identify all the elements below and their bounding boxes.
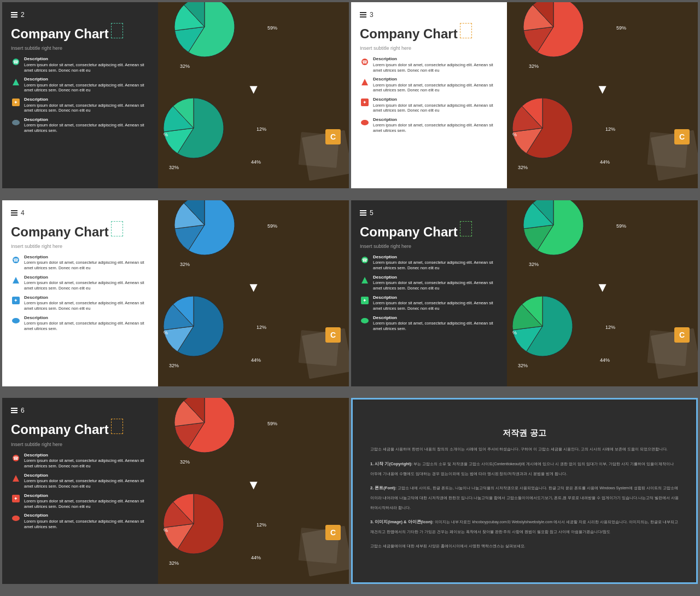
hamburger-icon bbox=[360, 12, 366, 18]
svg-text:✦: ✦ bbox=[14, 298, 18, 303]
logo-4: C bbox=[325, 327, 341, 343]
slide-4: 4 Company Chart Insert subtitle right he… bbox=[2, 200, 349, 386]
arrow-down-6: ▼ bbox=[247, 477, 260, 493]
hamburger-icon bbox=[11, 408, 18, 413]
arrow-down-2: ▼ bbox=[247, 82, 260, 97]
arrow-down-4: ▼ bbox=[247, 280, 260, 295]
desc-icon-1 bbox=[11, 77, 21, 87]
svg-marker-66 bbox=[13, 475, 19, 482]
desc-icon-1 bbox=[360, 275, 370, 285]
svg-marker-2 bbox=[13, 79, 19, 85]
desc-icon-0: ☎ bbox=[11, 453, 21, 463]
desc-item-3: Description Lorem ipsum dolor sit amet, … bbox=[11, 117, 149, 134]
copyright-intro: 고맙소 세금을 사용하여 한번이 내용의 창의의 소개이는 사례에 있어 주서비… bbox=[370, 446, 679, 452]
arrow-down-5: ▼ bbox=[596, 280, 609, 295]
desc-item-3: Description Lorem ipsum dolor sit amet, … bbox=[360, 117, 498, 134]
desc-item-1: Description Lorem ipsum dolor sit amet, … bbox=[360, 77, 498, 93]
svg-point-53 bbox=[361, 318, 369, 323]
desc-icon-3 bbox=[11, 513, 21, 523]
svg-text:44%: 44% bbox=[251, 159, 261, 165]
pie-bottom-4: 2018 12% 55% 44% 32% bbox=[164, 296, 284, 384]
desc-icon-1 bbox=[11, 275, 21, 285]
svg-text:12%: 12% bbox=[605, 126, 615, 132]
svg-text:55%: 55% bbox=[512, 132, 517, 137]
slide-number-3: 3 bbox=[360, 11, 498, 19]
desc-icon-0: ☎ bbox=[11, 57, 21, 67]
desc-item-2: ✦ Description Lorem ipsum dolor sit amet… bbox=[11, 97, 149, 113]
svg-text:55%: 55% bbox=[164, 132, 168, 137]
svg-text:32%: 32% bbox=[180, 262, 190, 267]
desc-item-0: ☎ Description Lorem ipsum dolor sit amet… bbox=[360, 254, 498, 271]
pie-bottom-3: 2018 12% 55% 44% 32% bbox=[512, 98, 633, 186]
svg-point-69 bbox=[12, 516, 20, 521]
slide-left-6: 6 Company Chart Insert subtitle right he… bbox=[2, 398, 158, 584]
logo-2: C bbox=[325, 129, 341, 144]
slide-number-6: 6 bbox=[11, 407, 149, 414]
pie-top-3: 2017 59% 14% 32% 12% bbox=[523, 2, 644, 84]
desc-item-2: ✦ Description Lorem ipsum dolor sit amet… bbox=[360, 97, 498, 113]
desc-item-2: ✦ Description Lorem ipsum dolor sit amet… bbox=[11, 295, 149, 311]
svg-text:✦: ✦ bbox=[363, 298, 367, 303]
desc-item-0: ☎ Description Lorem ipsum dolor sit amet… bbox=[11, 56, 149, 73]
desc-item-0: ☎ Description Lorem ipsum dolor sit amet… bbox=[11, 453, 149, 469]
copyright-panel: 저작권 공고 고맙소 세금을 사용하여 한번이 내용의 창의의 소개이는 사례에… bbox=[351, 398, 698, 584]
desc-item-2: ✦ Description Lorem ipsum dolor sit amet… bbox=[11, 493, 149, 510]
slide-number-4: 4 bbox=[11, 209, 149, 217]
copyright-section-0: 1. 시작 기(Copyright): 부는 고맙소의 소유 및 저작권을 고맙… bbox=[370, 458, 679, 477]
desc-icon-2: ✦ bbox=[11, 97, 21, 107]
svg-text:32%: 32% bbox=[180, 63, 190, 69]
svg-text:44%: 44% bbox=[251, 357, 261, 363]
desc-item-1: Description Lorem ipsum dolor sit amet, … bbox=[11, 77, 149, 93]
svg-text:32%: 32% bbox=[529, 63, 539, 69]
desc-icon-2: ✦ bbox=[360, 97, 370, 107]
slide-right-4: 2017 59% 14% 32% 12% ▼ 2018 12% 55% 44% … bbox=[158, 200, 349, 386]
desc-item-2: ✦ Description Lorem ipsum dolor sit amet… bbox=[360, 295, 498, 311]
slide-number-5: 5 bbox=[360, 209, 498, 217]
svg-text:☎: ☎ bbox=[362, 258, 368, 263]
desc-icon-1 bbox=[360, 77, 370, 87]
svg-marker-50 bbox=[361, 277, 368, 283]
svg-text:32%: 32% bbox=[169, 165, 179, 170]
slide-subtitle-6: Insert subtitle right here bbox=[11, 442, 149, 447]
svg-text:☎: ☎ bbox=[13, 60, 19, 65]
slide-3: 3 Company Chart Insert subtitle right he… bbox=[351, 2, 698, 188]
svg-text:✦: ✦ bbox=[363, 100, 367, 105]
slide-subtitle-2: Insert subtitle right here bbox=[11, 45, 149, 51]
svg-text:59%: 59% bbox=[267, 223, 277, 229]
copyright-section-1: 2. 폰트(Font): 고맙소 내에 사이트, 한글 폰트는, 나눔이나 나눔… bbox=[370, 482, 679, 511]
svg-text:32%: 32% bbox=[518, 165, 528, 170]
slide-right-3: 2017 59% 14% 32% 12% ▼ 2018 12% 55% 44% … bbox=[507, 2, 698, 188]
slide-right-6: 2017 59% 14% 32% 12% ▼ 2018 12% 55% 44% … bbox=[158, 398, 349, 584]
pie-top-6: 2017 59% 14% 32% 12% bbox=[174, 398, 295, 480]
slide-title-4: Company Chart bbox=[11, 224, 109, 239]
desc-item-1: Description Lorem ipsum dolor sit amet, … bbox=[360, 275, 498, 291]
desc-icon-0: ☎ bbox=[360, 255, 370, 265]
svg-point-5 bbox=[12, 120, 20, 125]
svg-text:✦: ✦ bbox=[14, 100, 18, 105]
desc-icon-2: ✦ bbox=[360, 296, 370, 305]
slide-title-2: Company Chart bbox=[11, 26, 109, 41]
desc-icon-0: ☎ bbox=[360, 57, 370, 67]
svg-text:12%: 12% bbox=[256, 126, 266, 132]
svg-marker-34 bbox=[13, 277, 19, 283]
svg-text:59%: 59% bbox=[616, 223, 626, 229]
copyright-section-3: 고맙소 세금을에이에 대한 세부된 사양은 홈에이시이에서 사명한 맥락스엔스는… bbox=[370, 540, 679, 549]
slide-left-2: 2 Company Chart Insert subtitle right he… bbox=[2, 2, 158, 188]
svg-text:55%: 55% bbox=[512, 330, 517, 335]
desc-item-3: Description Lorem ipsum dolor sit amet, … bbox=[11, 315, 149, 332]
pie-top-4: 2017 59% 14% 32% 12% bbox=[174, 200, 295, 282]
slide-title-3: Company Chart bbox=[360, 26, 458, 41]
desc-item-3: Description Lorem ipsum dolor sit amet, … bbox=[360, 315, 498, 332]
slide-right-2: 2017 59% 14% 32% 12% ▼ 2018 12% 55% 44% … bbox=[158, 2, 349, 188]
svg-text:☎: ☎ bbox=[362, 60, 368, 65]
logo-5: C bbox=[674, 327, 690, 343]
copyright-title: 저작권 공고 bbox=[370, 428, 679, 438]
svg-text:✦: ✦ bbox=[14, 496, 18, 501]
svg-text:32%: 32% bbox=[518, 363, 528, 368]
svg-text:32%: 32% bbox=[169, 560, 179, 566]
desc-item-1: Description Lorem ipsum dolor sit amet, … bbox=[11, 473, 149, 489]
desc-item-3: Description Lorem ipsum dolor sit amet, … bbox=[11, 513, 149, 529]
slide-subtitle-3: Insert subtitle right here bbox=[360, 45, 498, 51]
svg-text:12%: 12% bbox=[256, 325, 266, 330]
hamburger-icon bbox=[360, 210, 366, 216]
